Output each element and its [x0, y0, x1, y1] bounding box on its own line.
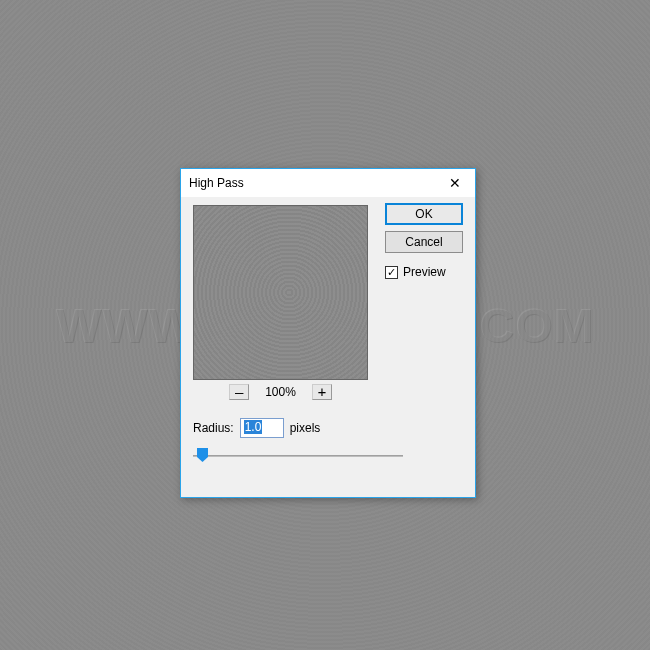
side-buttons: OK Cancel ✓ Preview — [385, 203, 463, 279]
radius-label: Radius: — [193, 421, 234, 435]
preview-checkbox[interactable]: ✓ — [385, 266, 398, 279]
zoom-controls: – 100% + — [193, 384, 368, 400]
check-icon: ✓ — [387, 267, 396, 278]
dialog-body: – 100% + Radius: 1.0 pixels OK Cancel ✓ — [181, 197, 475, 497]
filter-preview[interactable] — [193, 205, 368, 380]
zoom-level: 100% — [265, 385, 296, 399]
close-button[interactable]: ✕ — [435, 169, 475, 197]
dialog-title: High Pass — [189, 176, 244, 190]
radius-slider[interactable] — [193, 448, 403, 464]
titlebar[interactable]: High Pass ✕ — [181, 169, 475, 197]
preview-checkbox-label: Preview — [403, 265, 446, 279]
zoom-in-button[interactable]: + — [312, 384, 332, 400]
ok-button[interactable]: OK — [385, 203, 463, 225]
slider-track — [193, 455, 403, 457]
radius-row: Radius: 1.0 pixels — [193, 418, 463, 438]
minus-icon: – — [235, 385, 243, 399]
radius-input[interactable]: 1.0 — [240, 418, 284, 438]
high-pass-dialog: High Pass ✕ – 100% + Radius: 1.0 pixels — [180, 168, 476, 498]
radius-unit: pixels — [290, 421, 321, 435]
radius-value: 1.0 — [244, 420, 263, 434]
plus-icon: + — [318, 385, 326, 399]
zoom-out-button[interactable]: – — [229, 384, 249, 400]
cancel-button[interactable]: Cancel — [385, 231, 463, 253]
close-icon: ✕ — [449, 175, 461, 191]
preview-checkbox-row: ✓ Preview — [385, 265, 463, 279]
preview-texture — [194, 206, 367, 379]
slider-thumb[interactable] — [197, 448, 208, 462]
